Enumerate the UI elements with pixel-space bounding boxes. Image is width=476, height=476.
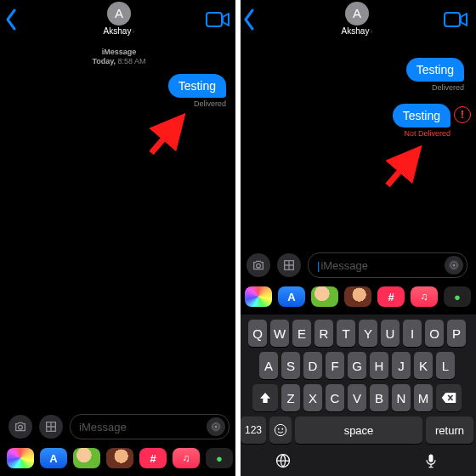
- svg-rect-16: [429, 455, 434, 462]
- key-w[interactable]: W: [270, 320, 289, 347]
- key-v[interactable]: V: [348, 384, 366, 411]
- camera-button[interactable]: [8, 415, 32, 439]
- contact-avatar[interactable]: A: [107, 2, 131, 26]
- voice-memo-button[interactable]: [207, 417, 225, 436]
- message-input[interactable]: |iMessage: [308, 252, 468, 278]
- screenshot-left: A Akshay› iMessage Today, 8:58 AM Testin…: [0, 0, 238, 476]
- key-x[interactable]: X: [303, 384, 322, 411]
- music-app-icon[interactable]: [173, 448, 200, 468]
- conversation-header: A Akshay›: [0, 0, 238, 41]
- key-m[interactable]: M: [414, 384, 433, 411]
- keyboard-footer: [241, 449, 473, 473]
- svg-line-1: [151, 117, 182, 153]
- callout-arrow: [379, 141, 430, 192]
- svg-point-14: [281, 428, 283, 430]
- screenshot-right: A Akshay› Testing Delivered Testing ! No…: [238, 0, 476, 476]
- numbers-key[interactable]: 123: [241, 416, 266, 444]
- conversation-header: A Akshay›: [238, 0, 476, 41]
- backspace-key[interactable]: [436, 384, 462, 411]
- key-s[interactable]: S: [281, 352, 300, 379]
- chevron-right-icon: ›: [370, 27, 372, 36]
- svg-point-3: [215, 426, 218, 428]
- outgoing-message[interactable]: Testing: [0, 74, 238, 98]
- svg-point-2: [19, 425, 23, 429]
- key-z[interactable]: Z: [281, 384, 300, 411]
- key-p[interactable]: P: [447, 320, 466, 347]
- key-row-2: ASDFGHJKL: [241, 352, 473, 379]
- key-l[interactable]: L: [436, 352, 455, 379]
- key-d[interactable]: D: [303, 352, 322, 379]
- error-icon[interactable]: !: [454, 106, 471, 123]
- placeholder: iMessage: [320, 259, 368, 272]
- appstore-app-icon[interactable]: [40, 448, 67, 468]
- dictation-key[interactable]: [422, 452, 439, 473]
- music-app-icon[interactable]: [411, 286, 438, 307]
- message-bubble: Testing: [393, 104, 450, 128]
- timestamp: iMessage Today, 8:58 AM: [0, 48, 238, 67]
- key-c[interactable]: C: [326, 384, 344, 411]
- memoji-app-icon[interactable]: [311, 286, 338, 307]
- facetime-button[interactable]: [444, 10, 468, 32]
- key-b[interactable]: B: [370, 384, 388, 411]
- callout-arrow: [143, 109, 194, 160]
- applepay-app-icon[interactable]: [206, 448, 233, 468]
- outgoing-message-failed[interactable]: Testing !: [238, 104, 476, 128]
- back-button[interactable]: [5, 8, 19, 34]
- placeholder: iMessage: [79, 421, 127, 434]
- memoji-app-icon[interactable]: [73, 448, 100, 468]
- key-a[interactable]: A: [259, 352, 278, 379]
- key-e[interactable]: E: [292, 320, 311, 347]
- app-drawer-button[interactable]: [277, 253, 301, 277]
- app-strip: [0, 442, 238, 474]
- animoji-app-icon[interactable]: [344, 286, 371, 307]
- return-key[interactable]: return: [426, 416, 473, 444]
- animoji-app-icon[interactable]: [106, 448, 133, 468]
- message-input[interactable]: iMessage: [70, 414, 230, 439]
- key-h[interactable]: H: [370, 352, 388, 379]
- photos-app-icon[interactable]: [7, 448, 34, 468]
- key-q[interactable]: Q: [248, 320, 267, 347]
- delivery-status: Delivered: [238, 83, 476, 92]
- svg-point-8: [257, 264, 261, 268]
- back-button[interactable]: [243, 8, 257, 34]
- camera-button[interactable]: [246, 253, 270, 277]
- message-bubble: Testing: [168, 74, 226, 98]
- app-strip: [238, 280, 476, 313]
- key-o[interactable]: O: [425, 320, 444, 347]
- key-j[interactable]: J: [392, 352, 411, 379]
- key-y[interactable]: Y: [359, 320, 377, 347]
- message-thread: iMessage Today, 8:58 AM Testing Delivere…: [0, 41, 238, 108]
- applepay-app-icon[interactable]: [444, 286, 471, 307]
- facetime-button[interactable]: [206, 10, 230, 32]
- contact-avatar[interactable]: A: [345, 2, 369, 26]
- text-caret: |: [317, 259, 320, 272]
- key-n[interactable]: N: [392, 384, 411, 411]
- hashtag-app-icon[interactable]: [139, 448, 167, 468]
- contact-name[interactable]: Akshay›: [104, 26, 135, 36]
- svg-rect-0: [207, 13, 222, 26]
- key-g[interactable]: G: [348, 352, 366, 379]
- key-row-4: 123 space return: [241, 416, 473, 444]
- keyboard: QWERTYUIOP ASDFGHJKL ZXCVBNM 123 space r…: [238, 314, 476, 476]
- contact-name[interactable]: Akshay›: [342, 26, 373, 36]
- appstore-app-icon[interactable]: [278, 286, 305, 307]
- hashtag-app-icon[interactable]: [377, 286, 405, 307]
- shift-key[interactable]: [252, 384, 278, 411]
- key-u[interactable]: U: [381, 320, 400, 347]
- outgoing-message[interactable]: Testing: [238, 58, 476, 82]
- svg-point-13: [278, 428, 280, 430]
- key-k[interactable]: K: [414, 352, 433, 379]
- photos-app-icon[interactable]: [245, 286, 272, 307]
- app-drawer-button[interactable]: [39, 415, 63, 439]
- key-f[interactable]: F: [326, 352, 344, 379]
- space-key[interactable]: space: [295, 416, 422, 444]
- emoji-key[interactable]: [269, 416, 292, 444]
- voice-memo-button[interactable]: [445, 256, 463, 275]
- key-i[interactable]: I: [403, 320, 422, 347]
- globe-key[interactable]: [275, 452, 292, 473]
- key-t[interactable]: T: [337, 320, 355, 347]
- key-r[interactable]: R: [314, 320, 333, 347]
- svg-point-12: [275, 424, 286, 435]
- message-input-bar: |iMessage: [238, 250, 476, 280]
- delivery-status: Delivered: [0, 99, 238, 108]
